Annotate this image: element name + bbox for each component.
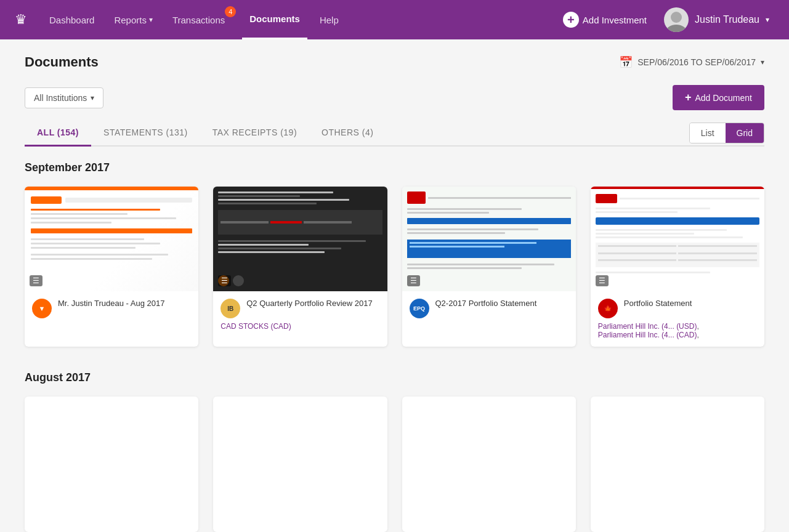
chevron-down-icon: ▾ bbox=[149, 15, 153, 24]
institutions-filter[interactable]: All Institutions ▾ bbox=[25, 87, 103, 108]
preview-list-icon4: ☰ bbox=[596, 275, 609, 286]
user-name: Justin Trudeau bbox=[695, 14, 759, 25]
svg-point-1 bbox=[666, 25, 686, 32]
preview-list-icon2: ☰ bbox=[218, 275, 231, 286]
table-row[interactable]: ☰ EPQ Q2-2017 Portfolio Statement bbox=[402, 187, 576, 347]
table-row[interactable]: ☰ ▼ Mr. Justin Trudeau - Aug 2017 bbox=[25, 187, 198, 347]
tab-all[interactable]: ALL (154) bbox=[25, 120, 91, 147]
page-title: Documents bbox=[25, 54, 99, 70]
date-range-picker[interactable]: 📅 SEP/06/2016 TO SEP/06/2017 ▾ bbox=[619, 55, 764, 69]
calendar-icon: 📅 bbox=[619, 55, 633, 69]
doc-sub2: CAD STOCKS (CAD) bbox=[221, 322, 379, 331]
institution-logo-epq: EPQ bbox=[410, 299, 429, 318]
sep-doc-grid: ☰ ▼ Mr. Justin Trudeau - Aug 2017 bbox=[25, 187, 764, 347]
toolbar: All Institutions ▾ + Add Document bbox=[25, 85, 764, 110]
aug-doc-grid bbox=[25, 397, 764, 532]
doc-sub-currency: (CAD) bbox=[270, 322, 291, 331]
nav-reports[interactable]: Reports ▾ bbox=[107, 0, 160, 39]
qc-preview-inner bbox=[402, 187, 576, 291]
preview-list-icon: ☰ bbox=[30, 275, 42, 286]
tabs-bar: ALL (154) STATEMENTS (131) TAX RECEIPTS … bbox=[25, 120, 764, 147]
nav-dashboard[interactable]: Dashboard bbox=[42, 0, 102, 39]
table-row[interactable]: ☰ IB Q2 Quarterly Portfolio Review 2017 … bbox=[213, 187, 387, 347]
comben-preview-inner bbox=[213, 187, 387, 291]
doc-info: ▼ Mr. Justin Trudeau - Aug 2017 bbox=[25, 291, 198, 329]
page-header: Documents 📅 SEP/06/2016 TO SEP/06/2017 ▾ bbox=[25, 54, 764, 70]
doc-sub4: Parliament Hill Inc. (4... (USD), Parlia… bbox=[598, 322, 757, 339]
doc-info2: IB Q2 Quarterly Portfolio Review 2017 CA… bbox=[213, 291, 387, 338]
add-doc-label: Add Document bbox=[695, 93, 752, 103]
add-investment-label: Add Investment bbox=[583, 15, 647, 25]
institutions-chevron-icon: ▾ bbox=[91, 94, 94, 102]
institution-logo-ib: IB bbox=[221, 299, 240, 318]
section-sep-title: September 2017 bbox=[25, 161, 764, 174]
doc-preview-quebec: ☰ bbox=[402, 187, 576, 291]
doc-name2: Q2 Quarterly Portfolio Review 2017 bbox=[246, 299, 372, 309]
tabs-list: ALL (154) STATEMENTS (131) TAX RECEIPTS … bbox=[25, 120, 386, 145]
nav-reports-label: Reports bbox=[114, 15, 147, 25]
user-chevron-icon: ▾ bbox=[766, 15, 769, 24]
section-aug-title: August 2017 bbox=[25, 371, 764, 384]
doc-name3: Q2-2017 Portfolio Statement bbox=[435, 299, 537, 309]
parl-preview-inner bbox=[591, 189, 764, 291]
tab-statements[interactable]: STATEMENTS (131) bbox=[91, 120, 200, 147]
tab-tax-receipts[interactable]: TAX RECEIPTS (19) bbox=[200, 120, 309, 147]
doc-preview-parliament: ☰ bbox=[591, 187, 764, 291]
section-aug-2017: August 2017 bbox=[25, 371, 764, 532]
nav-transactions-label: Transactions bbox=[172, 15, 225, 25]
grid-view-button[interactable]: Grid bbox=[726, 123, 764, 143]
doc-info4: 🍁 Portfolio Statement Parliament Hill In… bbox=[591, 291, 764, 347]
list-item[interactable] bbox=[591, 397, 764, 532]
doc-preview-comben: ☰ bbox=[213, 187, 387, 291]
institution-logo-parliament: 🍁 bbox=[598, 299, 618, 318]
page-content: Documents 📅 SEP/06/2016 TO SEP/06/2017 ▾… bbox=[0, 39, 789, 532]
section-sep-2017: September 2017 bbox=[25, 161, 764, 347]
list-view-button[interactable]: List bbox=[690, 123, 726, 143]
avatar bbox=[664, 7, 689, 32]
institution-logo-tangerine: ▼ bbox=[32, 299, 52, 318]
view-toggle: List Grid bbox=[689, 123, 764, 143]
doc-preview-tangerine: ☰ bbox=[25, 187, 198, 291]
nav-help[interactable]: Help bbox=[312, 0, 346, 39]
nav-transactions[interactable]: Transactions 4 bbox=[165, 0, 237, 39]
nav-documents-label: Documents bbox=[249, 14, 300, 24]
nav-documents[interactable]: Documents bbox=[242, 0, 307, 39]
tab-others[interactable]: OTHERS (4) bbox=[309, 120, 386, 147]
logo-icon: ♛ bbox=[15, 12, 27, 28]
list-item[interactable] bbox=[402, 397, 576, 532]
doc-sub-stocks: CAD STOCKS bbox=[221, 322, 269, 331]
add-doc-plus-icon: + bbox=[685, 91, 692, 104]
doc-institution-cad: Parliament Hill Inc. (4... bbox=[598, 331, 676, 339]
table-row[interactable]: ☰ 🍁 Portfolio Statement Parliament Hill … bbox=[591, 187, 764, 347]
add-investment-button[interactable]: + Add Investment bbox=[556, 12, 654, 28]
plus-circle-icon: + bbox=[563, 12, 579, 28]
navbar: ♛ Dashboard Reports ▾ Transactions 4 Doc… bbox=[0, 0, 789, 39]
transactions-badge: 4 bbox=[225, 6, 236, 17]
list-item[interactable] bbox=[25, 397, 198, 532]
doc-info3: EPQ Q2-2017 Portfolio Statement bbox=[402, 291, 576, 329]
institutions-label: All Institutions bbox=[34, 93, 87, 103]
preview-list-icon3: ☰ bbox=[407, 275, 420, 286]
nav-dashboard-label: Dashboard bbox=[49, 15, 94, 25]
doc-name: Mr. Justin Trudeau - Aug 2017 bbox=[58, 299, 164, 309]
date-range-label: SEP/06/2016 TO SEP/06/2017 bbox=[637, 57, 756, 67]
doc-institution-usd: Parliament Hill Inc. (4... bbox=[598, 322, 676, 331]
svg-point-0 bbox=[671, 12, 682, 23]
add-document-button[interactable]: + Add Document bbox=[673, 85, 764, 110]
date-chevron-icon: ▾ bbox=[761, 58, 764, 66]
doc-name4: Portfolio Statement bbox=[624, 299, 692, 309]
user-menu[interactable]: Justin Trudeau ▾ bbox=[659, 7, 774, 32]
list-item[interactable] bbox=[213, 397, 387, 532]
nav-help-label: Help bbox=[320, 15, 339, 25]
